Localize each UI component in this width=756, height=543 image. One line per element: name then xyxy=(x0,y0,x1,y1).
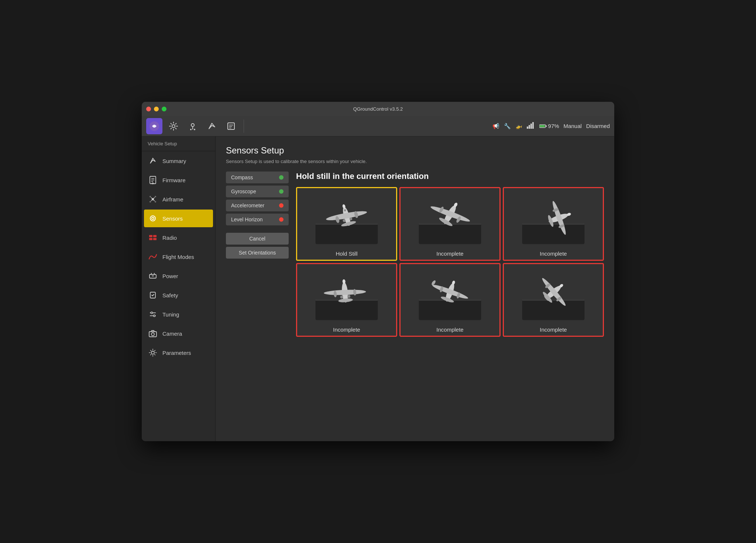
qgc-icon[interactable] xyxy=(146,118,162,134)
calibration-section: Hold still in the current orientation xyxy=(296,172,604,337)
battery-percent: 97% xyxy=(548,123,559,129)
svg-point-16 xyxy=(155,196,156,197)
analyze-icon[interactable] xyxy=(223,118,239,134)
sidebar-label-firmware: Firmware xyxy=(162,177,186,183)
sensors-icon xyxy=(148,213,158,224)
vehicle-setup-icon[interactable] xyxy=(165,118,182,134)
airframe-icon xyxy=(148,194,158,204)
page-title: Sensors Setup xyxy=(226,145,604,156)
sidebar-item-tuning[interactable]: Tuning xyxy=(142,305,215,324)
accelerometer-button[interactable]: Accelerometer xyxy=(226,200,289,211)
svg-rect-25 xyxy=(153,235,157,237)
plane-image-0 xyxy=(300,192,393,248)
svg-rect-64 xyxy=(316,299,378,320)
sidebar-item-sensors[interactable]: Sensors xyxy=(144,210,213,227)
battery-status: 97% xyxy=(539,123,559,129)
sidebar-item-radio[interactable]: Radio xyxy=(142,228,215,247)
svg-point-33 xyxy=(154,315,155,317)
accelerometer-label: Accelerometer xyxy=(231,203,264,208)
svg-rect-7 xyxy=(529,125,530,129)
gyroscope-status xyxy=(279,189,284,194)
arm-status: Disarmed xyxy=(586,123,610,129)
level-horizon-button[interactable]: Level Horizon xyxy=(226,214,289,225)
svg-point-3 xyxy=(190,129,192,130)
waypoint-icon[interactable] xyxy=(185,118,201,134)
sidebar-item-parameters[interactable]: Parameters xyxy=(142,343,215,362)
svg-point-36 xyxy=(151,351,154,354)
svg-point-67 xyxy=(324,289,366,296)
cell-label-1: Incomplete xyxy=(436,250,463,257)
sidebar-label-power: Power xyxy=(162,273,178,279)
cancel-button[interactable]: Cancel xyxy=(226,233,289,245)
sidebar-item-power[interactable]: Power xyxy=(142,266,215,286)
power-icon xyxy=(148,271,158,281)
flight-mode: Manual xyxy=(564,123,582,129)
svg-point-51 xyxy=(430,204,471,224)
orientation-grid: Hold Still xyxy=(296,187,604,337)
gyroscope-label: Gyroscope xyxy=(231,189,256,194)
tuning-icon xyxy=(148,309,158,319)
sidebar-label-tuning: Tuning xyxy=(162,311,179,318)
orientation-cell-3: Incomplete xyxy=(296,263,397,337)
svg-rect-9 xyxy=(532,122,534,129)
svg-rect-11 xyxy=(546,125,547,127)
safety-icon xyxy=(148,290,158,300)
svg-point-1 xyxy=(172,125,175,128)
signal-icon xyxy=(527,122,535,130)
svg-rect-34 xyxy=(149,332,157,337)
cell-label-3: Incomplete xyxy=(333,326,360,333)
main-content: Vehicle Setup Summary xyxy=(142,136,614,441)
close-button[interactable] xyxy=(146,107,151,111)
orientation-cell-5: Incomplete xyxy=(503,263,604,337)
sidebar-label-camera: Camera xyxy=(162,331,182,337)
orientation-cell-0: Hold Still xyxy=(296,187,397,261)
plan-icon[interactable] xyxy=(204,118,220,134)
compass-label: Compass xyxy=(231,174,253,180)
sidebar-item-firmware[interactable]: Firmware xyxy=(142,170,215,190)
svg-point-15 xyxy=(150,196,151,197)
sidebar-item-flightmodes[interactable]: Flight Modes xyxy=(142,247,215,266)
vehicle-icon: 🚁 xyxy=(515,123,522,129)
sidebar-label-sensors: Sensors xyxy=(162,215,183,222)
sidebar-item-camera[interactable]: Camera xyxy=(142,324,215,343)
svg-point-18 xyxy=(155,201,156,203)
svg-point-4 xyxy=(194,129,195,130)
compass-button[interactable]: Compass xyxy=(226,172,289,183)
svg-rect-37 xyxy=(316,223,378,244)
sidebar-item-airframe[interactable]: Airframe xyxy=(142,190,215,209)
svg-point-17 xyxy=(150,201,151,203)
plane-image-5 xyxy=(507,268,600,324)
svg-line-21 xyxy=(151,200,152,201)
gyroscope-button[interactable]: Gyroscope xyxy=(226,186,289,197)
calibration-header: Hold still in the current orientation xyxy=(296,172,604,181)
parameters-icon xyxy=(148,347,158,358)
page-description: Sensors Setup is used to calibrate the s… xyxy=(226,159,604,164)
app-window: QGroundControl v3.5.2 xyxy=(142,102,614,441)
svg-rect-24 xyxy=(149,235,152,237)
svg-line-22 xyxy=(154,200,155,201)
level-horizon-label: Level Horizon xyxy=(231,217,263,222)
plane-image-2 xyxy=(507,192,600,248)
megaphone-status[interactable]: 📢 xyxy=(492,123,499,129)
sidebar-item-summary[interactable]: Summary xyxy=(142,151,215,170)
svg-point-31 xyxy=(151,312,153,314)
maximize-button[interactable] xyxy=(162,107,166,111)
titlebar-buttons xyxy=(146,107,166,111)
sidebar-item-safety[interactable]: Safety xyxy=(142,286,215,305)
cell-label-5: Incomplete xyxy=(540,326,567,333)
orientation-cell-1: Incomplete xyxy=(399,187,501,261)
wrench-status[interactable]: 🔧 xyxy=(504,123,511,129)
plane-image-3 xyxy=(300,268,393,324)
compass-status xyxy=(279,175,284,180)
minimize-button[interactable] xyxy=(154,107,159,111)
sidebar-label-airframe: Airframe xyxy=(162,196,183,203)
radio-icon xyxy=(148,232,158,243)
orientation-cell-2: Incomplete xyxy=(503,187,604,261)
sidebar-label-summary: Summary xyxy=(162,158,186,164)
vehicle-status[interactable]: 🚁 xyxy=(515,123,522,129)
sidebar-label-parameters: Parameters xyxy=(162,350,191,356)
svg-rect-48 xyxy=(419,223,481,244)
svg-point-2 xyxy=(191,124,194,127)
svg-rect-8 xyxy=(530,124,532,129)
set-orientations-button[interactable]: Set Orientations xyxy=(226,247,289,259)
